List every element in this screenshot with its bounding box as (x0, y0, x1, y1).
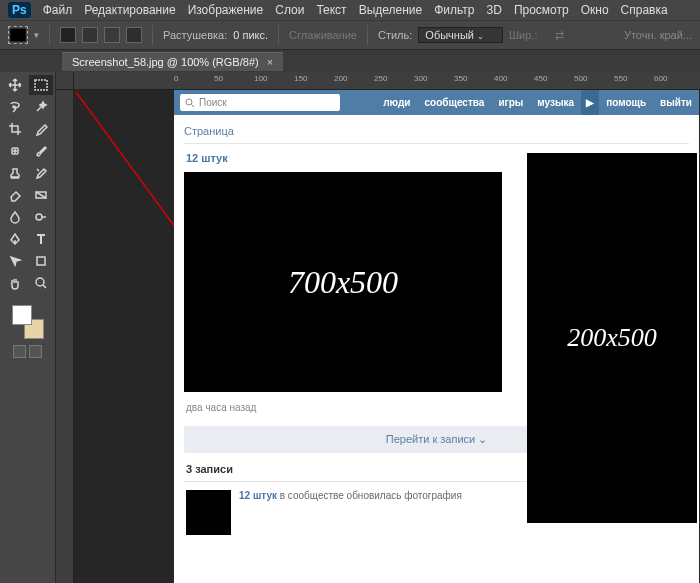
eyedropper-tool[interactable] (29, 119, 53, 139)
marquee-tool[interactable] (29, 75, 53, 95)
menu-select[interactable]: Выделение (359, 3, 423, 17)
refine-edge-button[interactable]: Уточн. край... (624, 29, 692, 41)
shape-tool[interactable] (29, 251, 53, 271)
history-brush-tool[interactable] (29, 163, 53, 183)
active-tool-icon[interactable] (8, 26, 28, 44)
menu-layers[interactable]: Слои (275, 3, 304, 17)
nav-games[interactable]: игры (491, 90, 530, 115)
blur-tool[interactable] (3, 207, 27, 227)
web-header: Поиск люди сообщества игры музыка ▶ помо… (174, 90, 699, 115)
stamp-tool[interactable] (3, 163, 27, 183)
gradient-tool[interactable] (29, 185, 53, 205)
quickmask-toggle[interactable] (13, 345, 42, 358)
tool-preset-chevron-icon[interactable]: ▾ (34, 30, 39, 40)
nav-communities[interactable]: сообщества (418, 90, 492, 115)
dodge-tool[interactable] (29, 207, 53, 227)
style-label: Стиль: (378, 29, 412, 41)
separator (367, 25, 368, 45)
nav-logout[interactable]: выйти (653, 90, 699, 115)
magic-wand-tool[interactable] (29, 97, 53, 117)
color-swatches[interactable] (12, 305, 44, 339)
menu-image[interactable]: Изображение (188, 3, 264, 17)
posts-count: 3 записи (186, 463, 233, 475)
search-placeholder: Поиск (199, 97, 227, 108)
zoom-tool[interactable] (29, 273, 53, 293)
svg-point-8 (186, 99, 192, 105)
hand-tool[interactable] (3, 273, 27, 293)
selection-new-icon[interactable] (60, 27, 76, 43)
healing-tool[interactable] (3, 141, 27, 161)
search-icon (185, 98, 195, 108)
path-tool[interactable] (3, 251, 27, 271)
ruler-corner (56, 72, 74, 90)
ruler-horizontal: 050100150200250300350400450500550600 (74, 72, 700, 90)
selection-intersect-icon[interactable] (126, 27, 142, 43)
menu-text[interactable]: Текст (316, 3, 346, 17)
canvas[interactable]: Поиск люди сообщества игры музыка ▶ помо… (74, 90, 700, 583)
side-image[interactable]: 200x500 (527, 153, 697, 523)
menu-view[interactable]: Просмотр (514, 3, 569, 17)
menu-edit[interactable]: Редактирование (84, 3, 175, 17)
pen-tool[interactable] (3, 229, 27, 249)
nav-people[interactable]: люди (376, 90, 417, 115)
nav-help[interactable]: помощь (599, 90, 653, 115)
tools-panel (0, 72, 56, 583)
main-image[interactable]: 700x500 (184, 172, 502, 392)
svg-point-4 (36, 214, 42, 220)
search-input[interactable]: Поиск (180, 94, 340, 111)
close-icon[interactable]: × (267, 56, 273, 68)
nav-music[interactable]: музыка (530, 90, 581, 115)
swap-icon: ⇄ (555, 29, 564, 42)
fg-color[interactable] (12, 305, 32, 325)
crop-tool[interactable] (3, 119, 27, 139)
menu-help[interactable]: Справка (621, 3, 668, 17)
feed-text: 12 штук в сообществе обновилась фотограф… (239, 490, 462, 535)
app-logo: Ps (8, 2, 31, 18)
webpage-mock: Поиск люди сообщества игры музыка ▶ помо… (174, 90, 699, 583)
separator (278, 25, 279, 45)
move-tool[interactable] (3, 75, 27, 95)
document-tab-label: Screenshot_58.jpg @ 100% (RGB/8#) (72, 56, 259, 68)
play-icon[interactable]: ▶ (581, 90, 599, 115)
ruler-vertical (56, 90, 74, 583)
menu-filter[interactable]: Фильтр (434, 3, 474, 17)
separator (152, 25, 153, 45)
menu-window[interactable]: Окно (581, 3, 609, 17)
brush-tool[interactable] (29, 141, 53, 161)
type-tool[interactable] (29, 229, 53, 249)
menu-3d[interactable]: 3D (487, 3, 502, 17)
style-select[interactable]: Обычный ⌄ (418, 27, 503, 43)
feather-value[interactable]: 0 пикс. (233, 29, 268, 41)
eraser-tool[interactable] (3, 185, 27, 205)
menu-file[interactable]: Файл (43, 3, 73, 17)
web-nav: люди сообщества игры музыка ▶ помощь вый… (376, 90, 699, 115)
svg-point-6 (36, 278, 44, 286)
selection-add-icon[interactable] (82, 27, 98, 43)
feed-thumb (186, 490, 231, 535)
post-time: два часа назад (186, 402, 256, 413)
svg-rect-1 (35, 80, 47, 90)
separator (49, 25, 50, 45)
width-label: Шир.: (509, 29, 537, 41)
feather-label: Растушевка: (163, 29, 227, 41)
svg-rect-5 (37, 257, 45, 265)
document-tab[interactable]: Screenshot_58.jpg @ 100% (RGB/8#) × (62, 52, 283, 71)
antialias-label: Сглаживание (289, 29, 357, 41)
selection-subtract-icon[interactable] (104, 27, 120, 43)
lasso-tool[interactable] (3, 97, 27, 117)
page-title: Страница (184, 122, 689, 144)
svg-rect-0 (10, 29, 25, 42)
